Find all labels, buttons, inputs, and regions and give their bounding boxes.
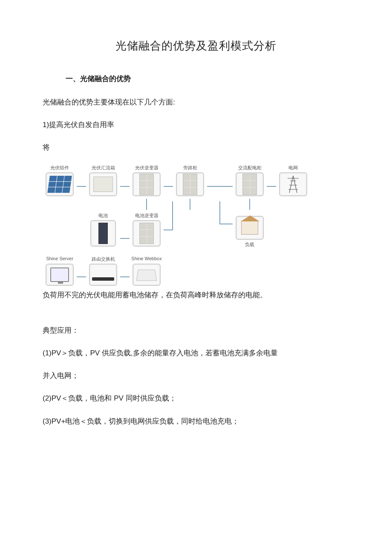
- document-title: 光储融合的优势及盈利模式分析: [43, 38, 349, 53]
- diagram-caption: 负荷用不完的光伏电能用蓄电池储存，在负荷高峰时释放储存的电能。: [43, 289, 349, 301]
- node-pv-inverter: [133, 172, 161, 196]
- label-ac-cabinet: 交流配电柜: [238, 165, 262, 171]
- label-pv-inverter: 光伏逆变器: [135, 165, 159, 171]
- intro-text: 光储融合的优势主要体现在以下几个方面:: [43, 96, 349, 108]
- case-3: (3)PV+电池＜负载，切换到电网供应负载，同时给电池充电；: [43, 416, 349, 427]
- typical-heading: 典型应用：: [43, 325, 349, 336]
- node-webbox: [133, 264, 161, 286]
- label-load: 负载: [245, 241, 254, 247]
- label-batt-inverter: 电池逆变器: [135, 212, 159, 218]
- case-1: (1)PV＞负载，PV 供应负载,多余的能量存入电池，若蓄电池充满多余电量: [43, 347, 349, 359]
- lead-char: 将: [43, 142, 349, 153]
- node-meter-cabinet: [176, 172, 204, 196]
- pv-storage-diagram: 光伏组件 光伏汇流箱 光伏逆变器 旁路柜 交流配电柜 电网: [43, 165, 349, 286]
- label-pv-panel: 光伏组件: [50, 165, 69, 171]
- node-grid: [279, 172, 307, 196]
- node-batt-inverter: [133, 220, 161, 247]
- label-router: 路由交换机: [92, 256, 115, 262]
- label-battery: 电池: [98, 212, 108, 218]
- case-2: (2)PV＜负载，电池和 PV 同时供应负载；: [43, 392, 349, 404]
- node-combiner: [89, 172, 117, 196]
- case-1b: 并入电网；: [43, 370, 349, 381]
- label-combiner: 光伏汇流箱: [92, 165, 115, 171]
- point-1: 1)提高光伏自发自用率: [43, 119, 349, 131]
- node-battery: [90, 220, 116, 247]
- label-meter-cabinet: 旁路柜: [183, 165, 197, 171]
- section-1-heading: 一、光储融合的优势: [66, 74, 349, 84]
- label-grid: 电网: [288, 165, 298, 171]
- node-server: [46, 264, 74, 286]
- node-load: [236, 216, 264, 240]
- node-router: [89, 264, 117, 286]
- node-pv-panel: [46, 172, 74, 196]
- node-ac-cabinet: [236, 172, 264, 196]
- label-server: Shine Server: [46, 256, 73, 262]
- label-webbox: Shine Webbox: [131, 256, 161, 262]
